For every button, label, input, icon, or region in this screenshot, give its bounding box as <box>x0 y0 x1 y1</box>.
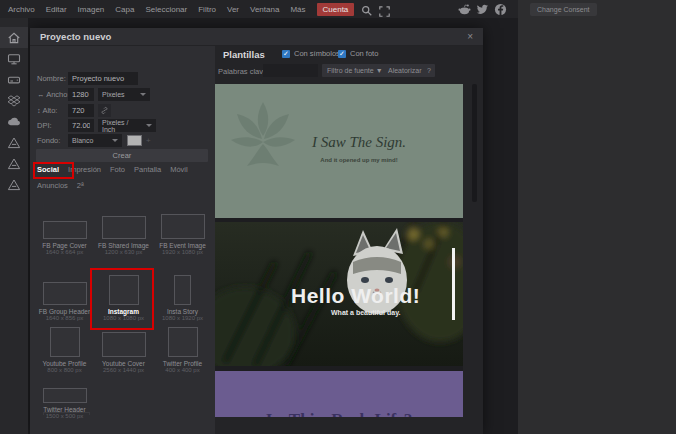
keywords-input[interactable] <box>263 64 318 77</box>
sidebar-item-gdrive-2[interactable] <box>0 153 28 174</box>
checkbox-checked-icon: ✓ <box>282 50 290 58</box>
close-icon[interactable]: × <box>467 31 473 42</box>
link-dimensions-icon[interactable] <box>98 104 111 117</box>
tab-foto[interactable]: Foto <box>110 165 125 174</box>
preset-twitter-header[interactable]: Twitter Header 1500 x 500 px <box>35 379 94 425</box>
template-preview-sign[interactable]: I Saw The Sign. And it opened up my mind… <box>215 84 463 218</box>
sidebar-item-gdrive-3[interactable] <box>0 174 28 195</box>
templates-title: Plantillas <box>223 49 265 60</box>
new-project-dialog: Proyecto nuevo × Nombre: ↔ Ancho: Pixele… <box>30 28 483 434</box>
sidebar-item-dropbox[interactable] <box>0 90 28 111</box>
tab-pantalla[interactable]: Pantalla <box>134 165 161 174</box>
menu-editar[interactable]: Editar <box>46 5 67 14</box>
preset-size: 1920 x 1080 px <box>162 249 203 255</box>
background-color-swatch[interactable] <box>127 135 142 146</box>
change-consent-button[interactable]: Change Consent <box>530 3 597 16</box>
preset-twitter-profile[interactable]: Twitter Profile 400 x 400 px <box>153 327 212 379</box>
height-input[interactable] <box>68 104 94 117</box>
search-icon[interactable] <box>361 3 373 15</box>
checkbox-con-foto[interactable]: ✓ Con foto <box>338 49 378 58</box>
font-filter-button[interactable]: Filtro de fuente ▼ <box>322 64 388 77</box>
project-form: Nombre: ↔ Ancho: Pixeles ↕ Alto: DPI: <box>30 46 215 434</box>
tab-2a[interactable]: 2ª <box>77 181 84 190</box>
sidebar-item-computer[interactable] <box>0 48 28 69</box>
annotation-box-instagram <box>90 268 154 330</box>
preset-fb-event-image[interactable]: FB Event Image 1920 x 1080 px <box>153 203 212 261</box>
reddit-icon[interactable] <box>458 2 470 14</box>
background-label: Fondo: <box>37 136 68 145</box>
width-label: ↔ Ancho: <box>37 90 68 99</box>
sidebar-item-gdrive-1[interactable] <box>0 132 28 153</box>
preset-category-tabs-row2: Anuncios 2ª <box>37 181 84 190</box>
height-label: ↕ Alto: <box>37 106 68 115</box>
preview-subtitle: What a beautiful day. <box>331 309 401 316</box>
preset-name: FB Event Image <box>159 242 206 249</box>
menu-bar: Archivo Editar Imagen Capa Seleccionar F… <box>0 0 518 18</box>
checkbox-checked-icon: ✓ <box>338 50 346 58</box>
annotation-box-social-tab <box>33 162 74 179</box>
chevron-down-icon <box>112 139 118 142</box>
background-select[interactable]: Blanco <box>68 134 122 147</box>
preset-thumbnail <box>102 332 146 357</box>
preset-insta-story[interactable]: Insta Story 1080 x 1920 px <box>153 261 212 327</box>
sidebar-item-home[interactable] <box>0 27 28 48</box>
checkbox-con-simbolos[interactable]: ✓ Con símbolos <box>282 49 340 58</box>
project-name-input[interactable] <box>68 72 138 85</box>
width-unit-select[interactable]: Pixeles <box>98 88 150 101</box>
template-preview-cat[interactable]: Hello World! What a beautiful day. <box>215 222 463 366</box>
facebook-icon[interactable] <box>494 2 506 14</box>
dpi-input[interactable] <box>68 119 94 132</box>
preset-fb-page-cover[interactable]: FB Page Cover 1640 x 664 px <box>35 203 94 261</box>
preset-thumbnail <box>50 327 80 357</box>
help-button[interactable]: ? <box>423 64 435 77</box>
tab-movil[interactable]: Móvil <box>170 165 188 174</box>
template-previews-list: I Saw The Sign. And it opened up my mind… <box>215 84 463 417</box>
menu-seleccionar[interactable]: Seleccionar <box>145 5 187 14</box>
preset-thumbnail <box>102 216 146 239</box>
background-value: Blanco <box>72 137 108 144</box>
templates-scrollbar[interactable] <box>472 84 477 202</box>
menu-capa[interactable]: Capa <box>115 5 134 14</box>
preset-fb-group-header[interactable]: FB Group Header 1640 x 856 px <box>35 261 94 327</box>
preview-title: I Saw The Sign. <box>215 134 463 151</box>
preset-thumbnail <box>43 282 87 305</box>
randomize-button[interactable]: Aleatorizar <box>383 64 426 77</box>
preset-size: 800 x 800 px <box>47 367 81 373</box>
width-input[interactable] <box>68 88 94 101</box>
menu-ventana[interactable]: Ventana <box>250 5 279 14</box>
preset-size: 1200 x 630 px <box>105 249 143 255</box>
checkbox-label: Con foto <box>350 49 378 58</box>
menu-mas[interactable]: Más <box>290 5 305 14</box>
tab-anuncios[interactable]: Anuncios <box>37 181 68 190</box>
preview-title: Hello World! <box>291 284 420 308</box>
menu-imagen[interactable]: Imagen <box>78 5 105 14</box>
create-button[interactable]: Crear <box>36 149 208 162</box>
template-preview-purple[interactable]: Is This Real Life? <box>215 371 463 417</box>
checkbox-label: Con símbolos <box>294 49 340 58</box>
preset-name: FB Shared Image <box>98 242 149 249</box>
preset-name: FB Page Cover <box>42 242 86 249</box>
name-label: Nombre: <box>37 74 68 83</box>
preset-youtube-cover[interactable]: Youtube Cover 2560 x 1440 px <box>94 327 153 379</box>
preset-size: 2560 x 1440 px <box>103 367 144 373</box>
twitter-icon[interactable] <box>476 2 488 14</box>
fullscreen-icon[interactable] <box>379 3 391 15</box>
menu-cuenta[interactable]: Cuenta <box>317 3 355 16</box>
dpi-unit-value: Pixeles / Inch <box>102 119 142 133</box>
menu-archivo[interactable]: Archivo <box>8 5 35 14</box>
sidebar-item-onedrive[interactable] <box>0 111 28 132</box>
preset-partial-thumbnail <box>43 412 90 415</box>
app-window: Archivo Editar Imagen Capa Seleccionar F… <box>0 0 518 434</box>
preset-name: Insta Story <box>167 308 198 315</box>
chevron-down-icon <box>146 124 152 127</box>
preview-title: Is This Real Life? <box>215 410 463 417</box>
preset-youtube-profile[interactable]: Youtube Profile 800 x 800 px <box>35 327 94 379</box>
preset-thumbnail <box>168 327 198 357</box>
add-color-button[interactable]: + <box>146 136 151 145</box>
menu-ver[interactable]: Ver <box>227 5 239 14</box>
dpi-unit-select[interactable]: Pixeles / Inch <box>98 119 156 132</box>
preset-size: 1080 x 1920 px <box>162 315 203 321</box>
preset-fb-shared-image[interactable]: FB Shared Image 1200 x 630 px <box>94 203 153 261</box>
sidebar-item-local-drive[interactable] <box>0 69 28 90</box>
menu-filtro[interactable]: Filtro <box>198 5 216 14</box>
